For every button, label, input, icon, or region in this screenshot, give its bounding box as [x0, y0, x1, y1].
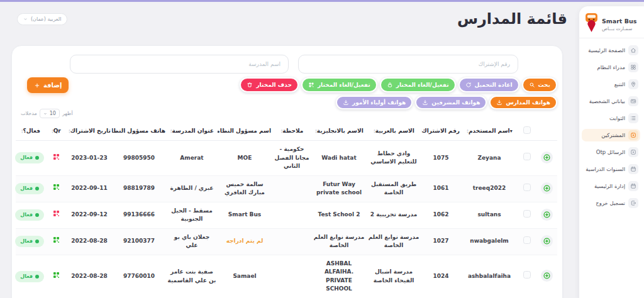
cell-subscription: 1075: [421, 141, 460, 176]
sidebar-item-4[interactable]: الثوابت: [582, 112, 640, 124]
column-label: الاسم بالانجليزية: [317, 128, 364, 134]
table-row: treeq20221061طريق المستقبل الخاصةFutur W…: [16, 175, 557, 202]
cell-qr: [45, 255, 67, 298]
sidebar: Smart Bus سمـارت بـــاص الصفحة الرئيسيةم…: [579, 6, 644, 298]
row-checkbox[interactable]: [523, 236, 531, 244]
chevron-down-icon: [23, 17, 28, 21]
qr-code-icon[interactable]: [52, 209, 60, 218]
cell-admin_phone: 99805950: [112, 141, 166, 176]
table-header-row: ▾اسم المستخدم▴▾رقم الاشتراك▴▾الاسم بالعر…: [16, 121, 557, 141]
cell-date: 2022-09-11: [67, 175, 112, 202]
cell-address: صفية بنت عامر بن علي القاسمية: [166, 255, 218, 298]
sidebar-item-1[interactable]: مدراء النظام: [582, 61, 640, 74]
cell-qr: [45, 175, 67, 202]
active-badge: فعال: [15, 209, 44, 221]
cell-address: عبري / الظاهرة: [166, 175, 218, 202]
cell-note: حكومية - مجانا الفصل الثاني: [272, 141, 312, 176]
brand-logo: Smart Bus سمـارت بـــاص: [579, 6, 644, 38]
entries-label: مدخلات: [21, 111, 37, 116]
cell-name_ar: مدرسة تجريبية 2: [366, 202, 421, 228]
entries-select[interactable]: 10: [40, 109, 60, 118]
qr-code-icon[interactable]: [52, 271, 60, 279]
column-label: اسم مسؤول النظام: [218, 128, 271, 134]
cell-date: 2022-09-12: [67, 202, 112, 228]
subscription-number-input[interactable]: [298, 55, 518, 74]
calendar-icon: [628, 181, 638, 191]
sidebar-menu: الصفحة الرئيسيةمدراء النظامالتتبعبياناتي…: [579, 38, 644, 209]
cell-select: [518, 255, 536, 298]
schools-phones-button[interactable]: هواتف المدارس: [489, 96, 557, 109]
toggle-selected-lock-button[interactable]: تفعيل/الغاء المختار: [380, 77, 456, 92]
sidebar-item-5[interactable]: المشتركين: [582, 129, 640, 141]
column-label: ملاحظة: [282, 128, 303, 134]
col-date[interactable]: تاريخ الاشتراك▴▾: [67, 121, 112, 141]
cell-subscription: 1027: [421, 228, 460, 255]
cell-name_ar: مدرسة نوابغ العلم الخاصة: [366, 228, 421, 255]
col-address[interactable]: عنوان المدرسة▴▾: [166, 121, 218, 141]
status-dot: [35, 240, 39, 243]
sidebar-item-0[interactable]: الصفحة الرئيسية: [582, 44, 640, 57]
expand-row-button[interactable]: [541, 235, 553, 247]
sidebar-item-8[interactable]: إدارة الرئيسية: [582, 180, 640, 192]
sidebar-item-label: السنوات الدراسية: [586, 166, 625, 172]
cell-active: فعال: [16, 202, 45, 228]
col-admin_phone[interactable]: هاتف مسؤول النظام▴▾: [112, 121, 166, 141]
col-note[interactable]: ملاحظة▴▾: [272, 121, 312, 141]
chevron-down-icon: [43, 112, 47, 116]
qr-code-icon[interactable]: [52, 153, 60, 161]
col-name_en[interactable]: الاسم بالانجليزية▴▾: [312, 121, 366, 141]
cell-select: [518, 202, 536, 228]
sidebar-item-9[interactable]: تسجيل خروج: [582, 197, 640, 209]
col-qr[interactable]: Qr▴▾: [45, 121, 67, 141]
cell-username: treeq2022: [460, 175, 518, 202]
cell-admin_name: Smart Bus: [218, 202, 272, 228]
reload-button[interactable]: اعادة التحميل: [458, 77, 519, 92]
school-name-input[interactable]: [70, 55, 289, 74]
row-checkbox[interactable]: [523, 184, 531, 191]
cell-name_en: Test School 2: [312, 202, 366, 228]
qr-code-icon[interactable]: [52, 236, 60, 244]
qr-code-icon[interactable]: [52, 183, 60, 191]
col-admin_name[interactable]: اسم مسؤول النظام▴▾: [218, 121, 272, 141]
col-active[interactable]: فعال؟▴▾: [16, 121, 45, 141]
sidebar-item-7[interactable]: السنوات الدراسية: [582, 163, 640, 175]
language-selector[interactable]: العربية (عمان): [17, 13, 67, 25]
sidebar-item-6[interactable]: الرسائل Otp: [582, 146, 640, 158]
parents-phones-button[interactable]: هواتف أولياء الأمور: [336, 96, 413, 109]
col-name_ar[interactable]: الاسم بالعربية▴▾: [366, 121, 421, 141]
column-label: الاسم بالعربية: [375, 128, 414, 134]
supervisors-phones-button[interactable]: هواتف المشرفين: [415, 96, 487, 109]
col-username[interactable]: ▾اسم المستخدم▴▾: [460, 121, 518, 141]
qr-icon: [308, 82, 314, 88]
active-badge: فعال: [15, 183, 44, 194]
sidebar-item-3[interactable]: بياناتي الشخصية: [582, 95, 640, 108]
row-checkbox[interactable]: [523, 153, 531, 160]
cell-subscription: 1062: [421, 202, 460, 228]
row-checkbox[interactable]: [523, 210, 531, 218]
status-dot: [35, 213, 39, 217]
delete-selected-button[interactable]: حذف المختار: [240, 77, 299, 92]
expand-row-button[interactable]: [541, 152, 553, 163]
toolbar-row-2: هواتف المدارس هواتف المشرفين هواتف أوليا…: [336, 96, 557, 109]
toggle-selected-qr-button[interactable]: تفعيل/الغاء المختار: [301, 77, 377, 92]
expand-row-button[interactable]: [541, 270, 553, 282]
cell-address: مسقط - الحيل الجنوبية: [166, 202, 218, 228]
sidebar-item-label: إدارة الرئيسية: [594, 183, 625, 189]
expand-row-button[interactable]: [541, 182, 553, 194]
cell-admin_phone: 98819789: [112, 175, 166, 202]
cell-expand: [536, 228, 557, 255]
add-button[interactable]: إضافة: [27, 77, 69, 93]
expand-row-button[interactable]: [541, 209, 553, 221]
search-button[interactable]: بحث: [522, 77, 557, 92]
cell-note: [272, 255, 312, 298]
sidebar-item-label: تسجيل خروج: [596, 200, 625, 206]
sidebar-item-2[interactable]: التتبع: [582, 78, 640, 91]
cell-admin_name: لم يتم ادراجه: [218, 228, 272, 255]
sidebar-item-label: بياناتي الشخصية: [589, 98, 625, 104]
cell-username: sultans: [460, 202, 518, 228]
top-accent-strip: [0, 0, 644, 2]
select-all-checkbox[interactable]: [523, 126, 531, 134]
col-subscription[interactable]: رقم الاشتراك▴▾: [421, 121, 460, 141]
grid-icon: [628, 62, 638, 72]
row-checkbox[interactable]: [523, 271, 531, 279]
